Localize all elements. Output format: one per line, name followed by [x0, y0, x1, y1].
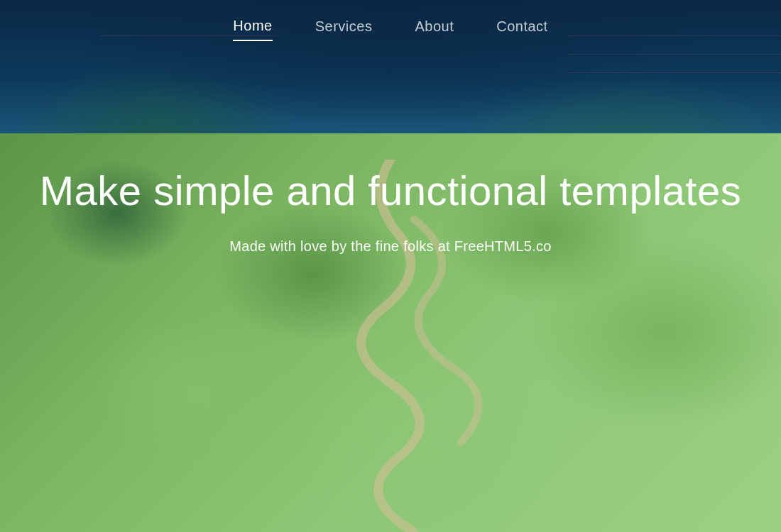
nav-about[interactable]: About	[415, 18, 454, 40]
hero-section: Home Services About Contact Make simple …	[0, 0, 781, 532]
decorative-lines-right	[568, 35, 781, 92]
hero-title: Make simple and functional templates	[28, 165, 753, 217]
nav-services[interactable]: Services	[315, 18, 373, 40]
hero-subtitle: Made with love by the fine folks at Free…	[28, 238, 753, 255]
main-navigation: Home Services About Contact	[0, 0, 781, 41]
nav-home[interactable]: Home	[233, 18, 272, 41]
hero-content: Make simple and functional templates Mad…	[0, 165, 781, 255]
nav-contact[interactable]: Contact	[496, 18, 547, 40]
